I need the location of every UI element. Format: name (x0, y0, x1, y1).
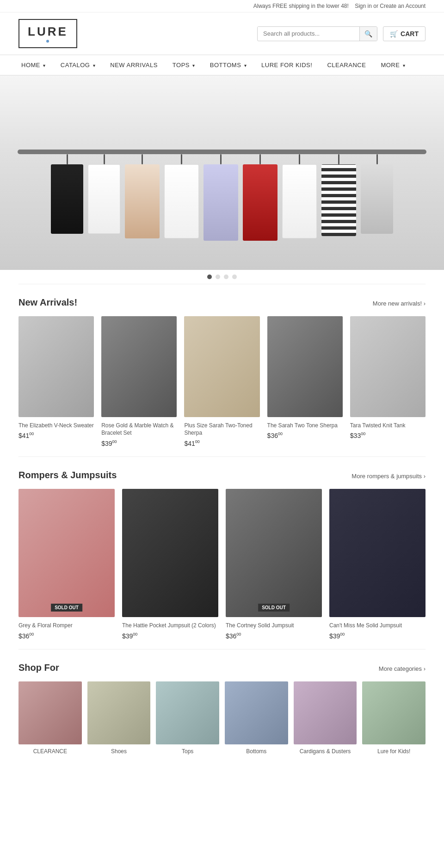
product-name: Rose Gold & Marble Watch & Bracelet Set (101, 422, 177, 437)
cloth-item (321, 154, 356, 236)
product-name: Grey & Floral Romper (18, 622, 115, 630)
cloth-item (361, 154, 393, 234)
search-bar: 🔍 (257, 26, 377, 41)
rompers-title: Rompers & Jumpsuits (18, 470, 117, 481)
product-card[interactable]: Rose Gold & Marble Watch & Bracelet Set … (101, 316, 177, 447)
product-name: The Elizabeth V-Neck Sweater (18, 422, 94, 430)
hero-dot-1[interactable] (216, 275, 220, 279)
new-arrivals-title: New Arrivals! (18, 297, 77, 308)
product-price: $3600 (226, 632, 322, 640)
product-image: SOLD OUT (18, 489, 115, 617)
cart-button[interactable]: 🛒 CART (383, 26, 426, 41)
hero-dot-2[interactable] (224, 275, 228, 279)
product-card[interactable]: The Hattie Pocket Jumpsuit (2 Colors) $3… (122, 489, 218, 640)
product-name: Tara Twisted Knit Tank (350, 422, 426, 430)
product-card[interactable]: Can't Miss Me Solid Jumpsuit $3900 (329, 489, 426, 640)
top-bar: Always FREE shipping in the lower 48! Si… (0, 0, 444, 12)
nav-item-home[interactable]: HOME ▾ (14, 55, 53, 75)
category-label: Tops (156, 748, 219, 758)
product-image (184, 316, 259, 417)
nav-item-bottoms[interactable]: BOTTOMS ▾ (203, 55, 254, 75)
sign-in-link[interactable]: Sign in (355, 3, 372, 9)
category-card[interactable]: CLEARANCE (18, 681, 82, 759)
nav-item-lure-for-kids![interactable]: LURE FOR KIDS! (254, 55, 320, 75)
logo[interactable]: LURE (18, 19, 77, 48)
nav-item-clearance[interactable]: CLEARANCE (320, 55, 373, 75)
product-card[interactable]: The Elizabeth V-Neck Sweater $4100 (18, 316, 94, 447)
nav-item-tops[interactable]: TOPS ▾ (165, 55, 203, 75)
product-name: The Sarah Two Tone Sherpa (267, 422, 343, 430)
hero-banner (0, 75, 444, 270)
product-image (18, 316, 94, 417)
shipping-notice: Always FREE shipping in the lower 48! (253, 3, 349, 9)
product-price: $3900 (101, 439, 177, 447)
product-card[interactable]: Tara Twisted Knit Tank $3300 (350, 316, 426, 447)
category-label: Lure for Kids! (362, 748, 426, 758)
category-card[interactable]: Cardigans & Dusters (294, 681, 357, 759)
hero-dot-3[interactable] (232, 275, 237, 279)
sold-out-badge: SOLD OUT (258, 604, 290, 612)
category-card[interactable]: Lure for Kids! (362, 681, 426, 759)
shop-for-header: Shop For More categories › (18, 662, 426, 673)
product-price: $3900 (329, 632, 426, 640)
cloth-item (243, 154, 278, 241)
product-name: Plus Size Sarah Two-Toned Sherpa (184, 422, 259, 437)
header: LURE 🔍 🛒 CART (0, 12, 444, 55)
nav-item-more[interactable]: MORE ▾ (373, 55, 413, 75)
product-price: $3300 (350, 431, 426, 439)
shop-for-title: Shop For (18, 662, 59, 673)
search-input[interactable] (258, 27, 359, 40)
category-card[interactable]: Shoes (87, 681, 151, 759)
hero-clothes (0, 150, 444, 241)
logo-text: LURE (28, 25, 68, 39)
sold-out-badge: SOLD OUT (51, 604, 82, 612)
cloth-item (164, 154, 199, 238)
category-image (87, 681, 151, 745)
product-name: The Hattie Pocket Jumpsuit (2 Colors) (122, 622, 218, 630)
search-icon: 🔍 (364, 30, 372, 37)
cart-label: CART (401, 30, 419, 37)
rompers-more[interactable]: More rompers & jumpsuits › (352, 473, 426, 480)
product-price: $3900 (122, 632, 218, 640)
product-image (329, 489, 426, 617)
category-image (362, 681, 426, 745)
create-account-link[interactable]: Create an Account (380, 3, 426, 9)
category-image (156, 681, 219, 745)
header-right: 🔍 🛒 CART (257, 26, 426, 41)
category-card[interactable]: Bottoms (225, 681, 288, 759)
rompers-section: Rompers & Jumpsuits More rompers & jumps… (0, 457, 444, 649)
category-label: Cardigans & Dusters (294, 748, 357, 758)
cloth-item (282, 154, 317, 238)
cloth-item (204, 154, 238, 241)
product-image (350, 316, 426, 417)
search-button[interactable]: 🔍 (359, 27, 377, 41)
cart-icon: 🛒 (390, 30, 398, 37)
category-label: CLEARANCE (18, 748, 82, 758)
cloth-item (88, 154, 120, 234)
product-card[interactable]: Plus Size Sarah Two-Toned Sherpa $4100 (184, 316, 259, 447)
hero-dot-0[interactable] (207, 275, 212, 279)
nav-item-new-arrivals[interactable]: NEW ARRIVALS (103, 55, 165, 75)
hanger-rail (18, 150, 426, 154)
nav-item-catalog[interactable]: CATALOG ▾ (53, 55, 103, 75)
category-image (18, 681, 82, 745)
logo-dot (46, 40, 49, 43)
rompers-header: Rompers & Jumpsuits More rompers & jumps… (18, 470, 426, 481)
category-card[interactable]: Tops (156, 681, 219, 759)
product-price: $3600 (18, 632, 115, 640)
category-image (225, 681, 288, 745)
shop-for-more[interactable]: More categories › (379, 665, 426, 672)
nav-list: HOME ▾CATALOG ▾NEW ARRIVALSTOPS ▾BOTTOMS… (0, 55, 444, 75)
product-name: The Cortney Solid Jumpsuit (226, 622, 322, 630)
product-card[interactable]: SOLD OUT Grey & Floral Romper $3600 (18, 489, 115, 640)
product-price: $4100 (18, 431, 94, 439)
new-arrivals-more[interactable]: More new arrivals! › (373, 300, 426, 307)
product-price: $4100 (184, 439, 259, 447)
category-label: Shoes (87, 748, 151, 758)
hero-dots (0, 270, 444, 284)
main-nav: HOME ▾CATALOG ▾NEW ARRIVALSTOPS ▾BOTTOMS… (0, 55, 444, 75)
shop-for-section: Shop For More categories › CLEARANCE Sho… (0, 649, 444, 768)
product-card[interactable]: The Sarah Two Tone Sherpa $3600 (267, 316, 343, 447)
product-card[interactable]: SOLD OUT The Cortney Solid Jumpsuit $360… (226, 489, 322, 640)
product-price: $3600 (267, 431, 343, 439)
